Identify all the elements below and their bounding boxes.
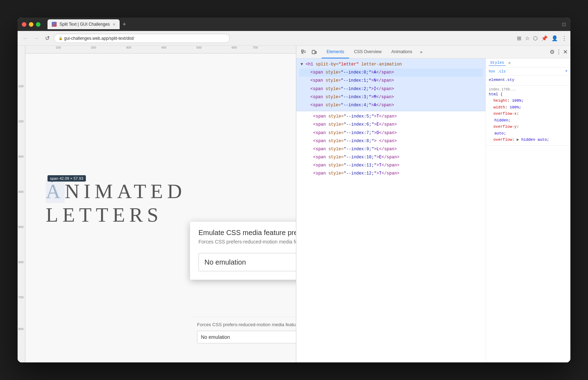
html-remaining: <span style="--index:5;">T</span> <span … [296,111,486,179]
minimize-button[interactable] [29,22,33,27]
webpage: 100 200 300 400 500 600 700 100 200 300 … [18,46,296,362]
html-line-span-10[interactable]: <span style="--index:10;">E</span> [299,153,483,162]
forward-button[interactable]: → [32,34,41,43]
ruler-mark-v-400: 400 [18,190,24,194]
emulation-popup-desc: Forces CSS prefers-reduced-motion media … [198,239,296,245]
styles-link-label: index.175b... [489,88,568,91]
ruler-mark-600: 600 [232,46,237,49]
html-line-span-5[interactable]: <span style="--index:5;">T</span> [299,113,483,121]
devtools-more-icon[interactable]: ⋮ [556,49,562,55]
reload-button[interactable]: ↺ [44,33,51,43]
pin-icon[interactable]: 📌 [541,35,548,42]
devtools-close-icon[interactable]: ✕ [563,49,568,55]
styles-toolbar: Styles » [486,58,570,68]
browser-toolbar: ⊞ ☆ ⬡ 📌 👤 ⋮ [517,35,567,42]
window-controls: ⊡ [562,21,566,27]
ruler-mark-300: 300 [126,46,131,49]
styles-line-overflow-x: overflow-x: [489,110,568,117]
ruler-mark-v-800: 800 [18,327,24,331]
back-button[interactable]: ← [21,34,30,43]
html-line-span-1[interactable]: <span style="--index:1;">N</span> [299,77,483,85]
styles-section-html: index.175b... html { height: 100%; width… [486,86,570,146]
devtools-settings-icon[interactable]: ⚙ [550,49,555,55]
elements-panel[interactable]: ▼ <h1 split-by="letter" letter-animation… [296,58,486,362]
tab-elements[interactable]: Elements [322,46,349,58]
emulation-bg-select-wrapper: No emulation prefers-reduced-motion: red… [197,331,296,343]
html-line-span-8[interactable]: <span style="--index:8;"> </span> [299,137,483,145]
styles-selector-html: html { [489,92,568,96]
emulation-popup: × Emulate CSS media feature prefers-redu… [190,222,296,280]
tab-animations[interactable]: Animations [386,46,417,58]
url-text: gui-challenges.web.app/split-text/dist/ [64,36,134,41]
styles-hov-button[interactable]: hov [489,70,495,74]
address-input[interactable]: 🔒 gui-challenges.web.app/split-text/dist… [54,34,230,43]
letter-a-highlighted: A [46,179,65,203]
html-line-span-9[interactable]: <span style="--index:9;">L</span> [299,145,483,153]
html-line-span-6[interactable]: <span style="--index:6;">E</span> [299,121,483,129]
ruler-mark-v-300: 300 [18,155,24,158]
emulation-bg-desc: Forces CSS prefers-reduced-motion media … [197,322,296,327]
styles-panel: Styles » hov .cls + element.sty index.17… [486,58,570,362]
device-mode-button[interactable] [310,48,319,57]
ruler-top: 100 200 300 400 500 600 700 [18,46,296,53]
menu-icon[interactable]: ⋮ [562,35,567,42]
styles-line-overflow: overflow: ▶ hidden auto; [489,137,568,143]
devtools-toolbar: Elements CSS Overview Animations » ⚙ ⋮ ✕ [296,46,570,58]
extensions-icon[interactable]: ⬡ [533,35,538,42]
ruler-mark-v-200: 200 [18,120,24,123]
styles-cls-button[interactable]: .cls [497,70,506,74]
profile-icon[interactable]: 👤 [551,35,558,42]
ruler-mark-700: 700 [253,46,258,49]
html-line-span-7[interactable]: <span style="--index:7;">D</span> [299,129,483,137]
bookmark-icon[interactable]: ☆ [525,35,530,42]
close-button[interactable] [22,22,26,27]
address-bar: ← → ↺ 🔒 gui-challenges.web.app/split-tex… [18,31,570,46]
emulation-select[interactable]: No emulation prefers-reduced-motion: red… [198,253,296,271]
emulation-bg-select[interactable]: No emulation prefers-reduced-motion: red… [197,331,296,343]
html-line-h1[interactable]: ▼ <h1 split-by="letter" letter-animation [299,61,483,69]
ruler-mark-v-100: 100 [18,84,24,88]
svg-rect-5 [312,50,315,54]
styles-add-button[interactable]: + [565,69,568,74]
tab-label: Split Text | GUI Challenges [59,22,110,27]
traffic-lights [22,22,40,27]
ruler-mark-v-600: 600 [18,260,24,264]
styles-line-overflow-y-val: auto; [489,130,568,137]
ruler-mark-400: 400 [161,46,166,49]
span-tooltip-text: span 42.09 × 57.93 [50,176,83,180]
ruler-mark-500: 500 [196,46,202,49]
devtools-tabs: Elements CSS Overview Animations » [322,46,425,58]
tab-css-overview[interactable]: CSS Overview [349,46,386,58]
devtools-content: ▼ <h1 split-by="letter" letter-animation… [296,58,570,362]
styles-line-overflow-y: overflow-y: [489,124,568,130]
devtools-controls: ⚙ ⋮ ✕ [550,49,568,55]
html-line-span-2[interactable]: <span style="--index:2;">I</span> [299,85,483,93]
styles-line-width: width: 100%; [489,104,568,111]
html-line-span-11[interactable]: <span style="--index:11;">T</span> [299,162,483,170]
new-tab-button[interactable]: + [121,21,128,28]
cast-icon[interactable]: ⊞ [517,35,521,42]
tab-close-icon[interactable]: ✕ [113,23,115,26]
mac-window: Split Text | GUI Challenges ✕ + ⊡ ← → ↺ … [18,18,570,362]
styles-section-element: element.sty [486,76,570,86]
title-bar: Split Text | GUI Challenges ✕ + ⊡ [18,18,570,31]
span-tooltip: span 42.09 × 57.93 [48,175,86,182]
styles-tab-more[interactable]: » [507,60,512,66]
active-tab[interactable]: Split Text | GUI Challenges ✕ [48,19,120,29]
tab-area: Split Text | GUI Challenges ✕ + [48,19,127,29]
html-line-span-4[interactable]: <span style="--index:4;">A</span> [299,101,483,109]
styles-tab-styles[interactable]: Styles [489,60,506,66]
ruler-left: 100 200 300 400 500 600 700 800 [18,46,25,362]
html-line-span-3[interactable]: <span style="--index:3;">M</span> [299,93,483,101]
inspect-element-button[interactable] [299,48,308,57]
devtools-more-tabs[interactable]: » [417,49,425,55]
ruler-mark-v-500: 500 [18,225,24,229]
ruler-mark-100: 100 [56,46,61,49]
emulation-select-wrapper: No emulation prefers-reduced-motion: red… [198,253,296,271]
tab-favicon [52,22,57,27]
maximize-button[interactable] [36,22,40,27]
html-line-span-0[interactable]: <span style="--index:0;">A</span> [299,69,483,77]
html-line-span-12[interactable]: <span style="--index:12;">T</span> [299,170,483,178]
styles-line-height: height: 100%; [489,97,568,104]
styles-selector-element: element.sty [489,78,568,82]
